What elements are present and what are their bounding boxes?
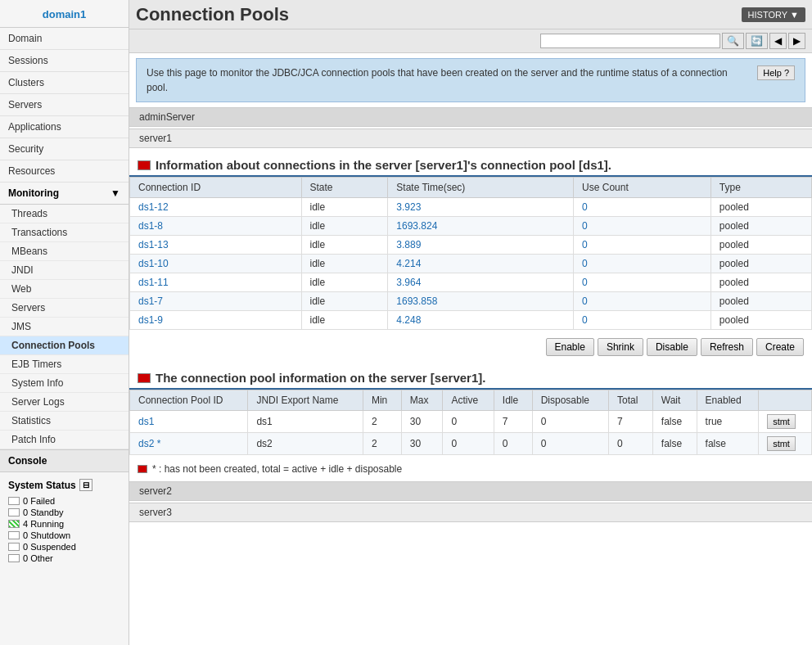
- cell-stmt[interactable]: stmt: [759, 433, 812, 455]
- cell-use-count[interactable]: 0: [574, 273, 711, 292]
- cell-conn-id[interactable]: ds1-13: [130, 236, 302, 255]
- server-admin[interactable]: adminServer: [129, 107, 812, 127]
- shutdown-box: [8, 531, 20, 539]
- status-standby: 0 Standby: [8, 507, 120, 517]
- stmt-button[interactable]: stmt: [767, 436, 796, 451]
- sidebar-item-web[interactable]: Web: [0, 280, 129, 299]
- cell-wait: false: [652, 433, 697, 455]
- col-state: State: [301, 178, 388, 198]
- status-shutdown: 0 Shutdown: [8, 530, 120, 540]
- cell-state-time[interactable]: 1693.824: [388, 217, 574, 236]
- console-header: Console: [0, 449, 129, 472]
- search-button[interactable]: 🔍: [722, 33, 744, 49]
- cell-state: idle: [301, 311, 388, 330]
- cell-state-time[interactable]: 4.248: [388, 311, 574, 330]
- enable-button[interactable]: Enable: [546, 338, 594, 356]
- cell-type: pooled: [710, 311, 811, 330]
- col-max: Max: [401, 390, 443, 411]
- cell-min: 2: [363, 433, 401, 455]
- info-banner: Use this page to monitor the JDBC/JCA co…: [136, 58, 805, 102]
- col-jndi: JNDI Export Name: [248, 390, 363, 411]
- cell-state: idle: [301, 198, 388, 217]
- sidebar-item-patch-info[interactable]: Patch Info: [0, 431, 129, 449]
- table-row: ds1-12 idle 3.923 0 pooled: [130, 198, 812, 217]
- cell-pool-id[interactable]: ds2 *: [130, 433, 248, 455]
- sidebar-item-ejb-timers[interactable]: EJB Timers: [0, 355, 129, 374]
- refresh-icon-button[interactable]: 🔄: [746, 33, 768, 49]
- cell-pool-id[interactable]: ds1: [130, 411, 248, 433]
- cell-use-count[interactable]: 0: [574, 217, 711, 236]
- table-row: ds1 ds1 2 30 0 7 0 7 false true stmt: [130, 411, 812, 433]
- server2-row[interactable]: server2: [129, 481, 812, 501]
- cell-conn-id[interactable]: ds1-11: [130, 273, 302, 292]
- cell-type: pooled: [710, 255, 811, 273]
- cell-state: idle: [301, 217, 388, 236]
- history-button[interactable]: HISTORY ▼: [742, 7, 805, 22]
- sidebar-item-domain[interactable]: Domain: [0, 28, 129, 50]
- cell-conn-id[interactable]: ds1-9: [130, 311, 302, 330]
- cell-use-count[interactable]: 0: [574, 198, 711, 217]
- system-status-icon: ⊟: [79, 479, 92, 491]
- sidebar-item-statistics[interactable]: Statistics: [0, 412, 129, 431]
- pool-summary-section-header: The connection pool information on the s…: [129, 364, 812, 390]
- cell-conn-id[interactable]: ds1-8: [130, 217, 302, 236]
- sidebar-item-jndi[interactable]: JNDI: [0, 261, 129, 280]
- col-use-count: Use Count: [574, 178, 711, 198]
- pool-info-title: Information about connections in the ser…: [156, 158, 611, 172]
- sidebar-item-transactions[interactable]: Transactions: [0, 223, 129, 242]
- cell-use-count[interactable]: 0: [574, 311, 711, 330]
- domain-title[interactable]: domain1: [0, 0, 129, 28]
- nav-next-button[interactable]: ▶: [788, 33, 805, 49]
- monitoring-header[interactable]: Monitoring ▼: [0, 183, 129, 205]
- sidebar-item-resources[interactable]: Resources: [0, 160, 129, 183]
- sidebar-item-applications[interactable]: Applications: [0, 116, 129, 138]
- connection-info-table: Connection ID State State Time(sec) Use …: [129, 177, 812, 330]
- cell-state-time[interactable]: 3.964: [388, 273, 574, 292]
- table-row: ds2 * ds2 2 30 0 0 0 0 false false stmt: [130, 433, 812, 455]
- sidebar-item-servers[interactable]: Servers: [0, 94, 129, 116]
- help-button[interactable]: Help ?: [757, 65, 795, 80]
- sidebar-item-servers-mon[interactable]: Servers: [0, 299, 129, 318]
- nav-prev-button[interactable]: ◀: [769, 33, 787, 49]
- sidebar-item-threads[interactable]: Threads: [0, 205, 129, 223]
- cell-type: pooled: [710, 236, 811, 255]
- footnote: * : has not been created, total = active…: [129, 458, 812, 480]
- stmt-button[interactable]: stmt: [767, 414, 796, 429]
- cell-conn-id[interactable]: ds1-7: [130, 292, 302, 311]
- cell-max: 30: [401, 411, 443, 433]
- sidebar-item-security[interactable]: Security: [0, 138, 129, 160]
- cell-state: idle: [301, 292, 388, 311]
- cell-use-count[interactable]: 0: [574, 236, 711, 255]
- col-min: Min: [363, 390, 401, 411]
- sidebar-item-server-logs[interactable]: Server Logs: [0, 393, 129, 412]
- shrink-button[interactable]: Shrink: [598, 338, 643, 356]
- cell-state: idle: [301, 236, 388, 255]
- cell-type: pooled: [710, 198, 811, 217]
- cell-total: 0: [608, 433, 652, 455]
- table-row: ds1-11 idle 3.964 0 pooled: [130, 273, 812, 292]
- col-stmt: [759, 390, 812, 411]
- cell-jndi: ds2: [248, 433, 363, 455]
- cell-state-time[interactable]: 3.889: [388, 236, 574, 255]
- server1-row[interactable]: server1: [129, 129, 812, 148]
- cell-conn-id[interactable]: ds1-10: [130, 255, 302, 273]
- sidebar-item-mbeans[interactable]: MBeans: [0, 242, 129, 261]
- create-button[interactable]: Create: [756, 338, 804, 356]
- refresh-button[interactable]: Refresh: [701, 338, 753, 356]
- cell-conn-id[interactable]: ds1-12: [130, 198, 302, 217]
- cell-use-count[interactable]: 0: [574, 292, 711, 311]
- sidebar-item-clusters[interactable]: Clusters: [0, 72, 129, 94]
- sidebar-item-system-info[interactable]: System Info: [0, 374, 129, 393]
- cell-state-time[interactable]: 3.923: [388, 198, 574, 217]
- cell-disposable: 0: [532, 411, 608, 433]
- server3-row[interactable]: server3: [129, 503, 812, 522]
- sidebar-item-sessions[interactable]: Sessions: [0, 50, 129, 72]
- cell-state-time[interactable]: 1693.858: [388, 292, 574, 311]
- cell-stmt[interactable]: stmt: [759, 411, 812, 433]
- disable-button[interactable]: Disable: [647, 338, 697, 356]
- sidebar-item-connection-pools[interactable]: Connection Pools: [0, 336, 129, 355]
- sidebar-item-jms[interactable]: JMS: [0, 318, 129, 336]
- cell-use-count[interactable]: 0: [574, 255, 711, 273]
- search-input[interactable]: [540, 34, 720, 48]
- cell-state-time[interactable]: 4.214: [388, 255, 574, 273]
